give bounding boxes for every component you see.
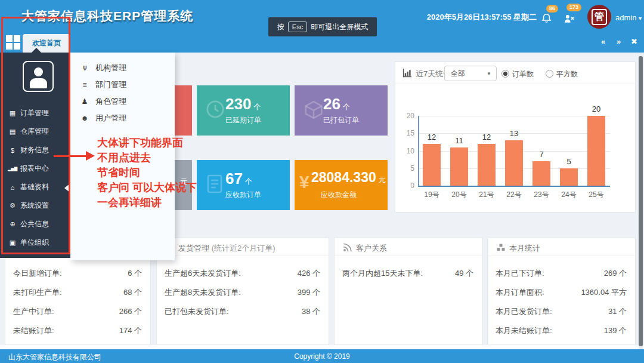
stat-row-value: 1360.04 平方 bbox=[581, 287, 627, 298]
user-icon-glyph: ☻ bbox=[81, 114, 89, 122]
datetime-display: 2020年5月26日13:57:55 星期二 bbox=[427, 12, 537, 23]
stat-row-value: 174 个 bbox=[119, 325, 142, 336]
panel-customer: 客户关系两个月内超15天未下单:49 个 bbox=[334, 238, 482, 345]
stat-row: 生产超8天未发货订单:399 个 bbox=[157, 282, 329, 302]
flyout-item-label: 部门管理 bbox=[95, 79, 126, 90]
stat-row-label: 本月已发货订单: bbox=[496, 306, 552, 317]
chart-panel: 近7天统计 全部 ▼ 订单数 平方数 051015201219号1120号122… bbox=[395, 61, 636, 213]
flyout-item-1[interactable]: ⋔机构管理 bbox=[70, 61, 175, 75]
radio-order-count[interactable] bbox=[501, 70, 509, 78]
stat-row: 本月已发货订单:31 个 bbox=[488, 302, 635, 321]
list-icon-glyph: ≡ bbox=[82, 81, 86, 89]
stat-row-value: 31 个 bbox=[608, 306, 627, 317]
chart-filter-value: 全部 bbox=[451, 69, 465, 79]
flyout-item-3[interactable]: ♟角色管理 bbox=[70, 94, 175, 109]
panel-month-stats: 本月统计本月已下订单:269 个本月订单面积:1360.04 平方本月已发货订单… bbox=[487, 238, 636, 345]
stat-row-label: 生产超6天未发货订单: bbox=[165, 268, 241, 279]
stat-row: 两个月内超15天未下单:49 个 bbox=[335, 263, 482, 282]
card-unit: 个 bbox=[245, 177, 252, 187]
x-axis-tick-label: 25号 bbox=[583, 190, 610, 200]
panel-title: 本月统计 bbox=[509, 243, 540, 254]
bell-badge: 86 bbox=[546, 5, 558, 13]
panel-title-suffix: (统计近2个月订单) bbox=[212, 244, 275, 253]
stat-row-label: 今日新增订单: bbox=[13, 268, 62, 279]
chart-bar-22号 bbox=[505, 140, 523, 186]
chart-bar-19号 bbox=[423, 144, 441, 186]
flyout-item-4[interactable]: ☻用户管理 bbox=[70, 111, 175, 125]
chart-bar-value: 12 bbox=[473, 133, 500, 141]
stat-row-value: 38 个 bbox=[302, 306, 320, 317]
contacts-icon[interactable] bbox=[564, 14, 575, 23]
stat-card-receivable-amount: ¥28084.330元应收款金额 bbox=[295, 160, 388, 210]
card-label: 应收款金额 bbox=[321, 190, 357, 200]
stat-row: 未打印生产单:68 个 bbox=[5, 282, 150, 302]
panel-header-month-stats: 本月统计 bbox=[488, 238, 635, 256]
radio-square-count-label: 平方数 bbox=[556, 69, 578, 79]
y-axis-tick-label: 10 bbox=[400, 147, 414, 155]
user-menu[interactable]: admin ▾ bbox=[615, 13, 642, 22]
chart-bar-value: 13 bbox=[500, 129, 528, 138]
user-icon: ☻ bbox=[79, 114, 91, 122]
scrollbar-thumb[interactable] bbox=[639, 56, 643, 346]
stat-row-label: 本月已下订单: bbox=[496, 268, 544, 279]
tabs-scroll-left-icon[interactable]: « bbox=[601, 37, 605, 46]
card-number-row: 67个 bbox=[225, 170, 252, 188]
card-unit: 元 bbox=[379, 175, 386, 185]
list-icon: ≡ bbox=[79, 81, 91, 89]
card-label: 应收款订单 bbox=[225, 190, 261, 200]
stat-row-label: 两个月内超15天未下单: bbox=[342, 268, 423, 279]
x-axis-tick-label: 22号 bbox=[500, 190, 528, 200]
card-unit: 个 bbox=[253, 102, 261, 112]
chart-bar-24号 bbox=[560, 168, 578, 186]
chart-bar-value: 20 bbox=[583, 104, 610, 113]
esc-key: Esc bbox=[288, 21, 307, 32]
stat-row: 未结账订单:174 个 bbox=[5, 321, 150, 340]
card-number: 230 bbox=[225, 95, 251, 113]
card-number-row: 28084.330元 bbox=[311, 170, 386, 186]
annotation-line-1: 大体讲下功能界面 bbox=[97, 136, 183, 150]
stat-row: 本月未结账订单:139 个 bbox=[488, 321, 635, 340]
y-axis-tick-label: 0 bbox=[400, 182, 414, 190]
chart-bar-value: 7 bbox=[528, 150, 555, 159]
rss-icon bbox=[343, 243, 352, 254]
chart-bar-value: 12 bbox=[418, 133, 445, 141]
bell-icon[interactable] bbox=[541, 13, 552, 23]
annotation-arrow-line bbox=[54, 155, 87, 157]
chart-bar-value: 5 bbox=[555, 157, 583, 166]
toast-suffix: 即可退出全屏模式 bbox=[311, 22, 368, 32]
stat-row-value: 139 个 bbox=[604, 325, 627, 336]
stat-row-label: 本月订单面积: bbox=[496, 287, 544, 298]
annotation-line-4: 客户问 可以大体说下 bbox=[97, 180, 197, 195]
radio-square-count[interactable] bbox=[546, 70, 553, 78]
chart-panel-header: 近7天统计 全部 ▼ 订单数 平方数 bbox=[395, 62, 635, 84]
sitemap-icon: ⋔ bbox=[79, 64, 91, 72]
panel-shipping: 发货管理 (统计近2个月订单)生产超6天未发货订单:426 个生产超8天未发货订… bbox=[156, 238, 329, 345]
annotation-rectangle bbox=[1, 17, 70, 254]
flyout-item-label: 机构管理 bbox=[95, 63, 126, 73]
chart-filter-select[interactable]: 全部 ▼ bbox=[444, 66, 497, 81]
y-axis-tick-label: 15 bbox=[400, 129, 414, 137]
chevron-down-icon: ▾ bbox=[639, 15, 642, 21]
radio-order-count-label: 订单数 bbox=[512, 69, 534, 79]
chart-bar-23号 bbox=[532, 161, 550, 186]
users-icon: ♟ bbox=[79, 97, 91, 106]
flyout-item-2[interactable]: ≡部门管理 bbox=[70, 78, 175, 92]
annotation-arrow-head bbox=[86, 151, 95, 161]
panel-header-customer: 客户关系 bbox=[335, 238, 482, 256]
card-label: 已打包订单 bbox=[323, 115, 359, 125]
stat-row-label: 生产中订单: bbox=[13, 306, 54, 317]
stat-row: 本月已下订单:269 个 bbox=[488, 263, 635, 282]
footer-company: 山东大管家信息科技有限公司 bbox=[8, 352, 101, 362]
close-tabs-icon[interactable]: ✖ bbox=[631, 37, 637, 46]
clock-icon bbox=[206, 100, 225, 121]
tabs-scroll-right-icon[interactable]: » bbox=[617, 37, 621, 46]
stat-row-label: 未结账订单: bbox=[13, 325, 54, 336]
x-axis-line bbox=[418, 186, 610, 187]
avatar[interactable]: 管 bbox=[587, 5, 611, 29]
erp-dashboard: 大管家信息科技ERP管理系统 欢迎首页 2020年5月26日13:57:55 星… bbox=[0, 0, 644, 363]
stat-row: 生产超6天未发货订单:426 个 bbox=[157, 263, 329, 282]
chart-bar-21号 bbox=[478, 144, 496, 186]
stat-card-receivable-orders: 67个应收款订单 bbox=[197, 160, 290, 210]
bar-chart-icon bbox=[402, 68, 412, 78]
stat-row-value: 399 个 bbox=[298, 287, 320, 298]
